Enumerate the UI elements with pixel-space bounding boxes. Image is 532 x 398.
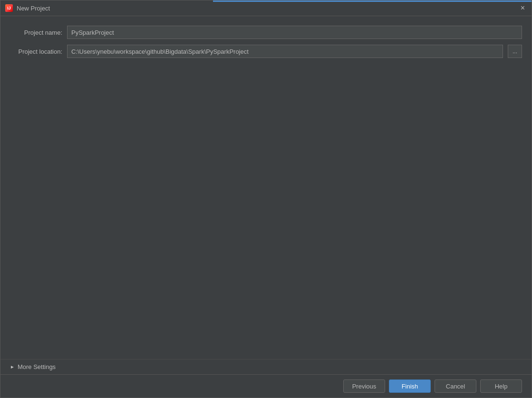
intellij-logo: IJ [5, 4, 13, 12]
dialog-title: New Project [17, 5, 50, 12]
project-location-label: Project location: [10, 48, 62, 55]
help-button[interactable]: Help [480, 379, 522, 393]
progress-bar [213, 0, 532, 2]
title-bar-left: IJ New Project [5, 4, 50, 12]
dialog-content: Project name: Project location: ... [0, 16, 532, 359]
new-project-dialog: IJ New Project × Project name: Project l… [0, 0, 532, 398]
app-icon: IJ [5, 4, 13, 12]
project-name-label: Project name: [10, 29, 62, 36]
project-name-row: Project name: [10, 26, 522, 39]
cancel-button[interactable]: Cancel [435, 379, 476, 393]
more-settings-label: More Settings [18, 363, 56, 370]
close-button[interactable]: × [519, 3, 527, 13]
more-settings-section[interactable]: ► More Settings [0, 359, 532, 374]
chevron-right-icon: ► [10, 364, 15, 369]
finish-button[interactable]: Finish [389, 379, 431, 393]
project-name-input[interactable] [67, 26, 522, 39]
project-location-row: Project location: ... [10, 45, 522, 58]
content-spacer [10, 64, 522, 354]
previous-button[interactable]: Previous [343, 379, 385, 393]
browse-button[interactable]: ... [508, 45, 522, 58]
project-location-input[interactable] [67, 45, 503, 58]
title-bar: IJ New Project × [0, 0, 532, 16]
dialog-footer: Previous Finish Cancel Help [0, 374, 532, 398]
